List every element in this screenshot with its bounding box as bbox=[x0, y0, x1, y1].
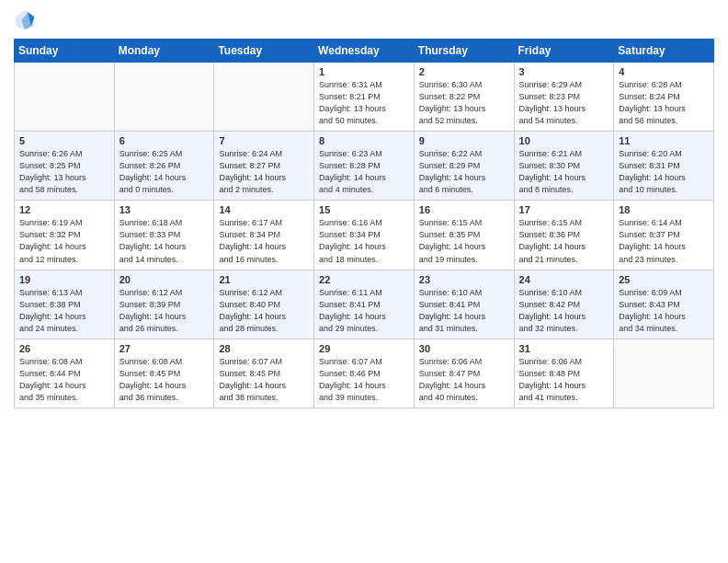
calendar-cell: 9Sunrise: 6:22 AM Sunset: 8:29 PM Daylig… bbox=[414, 132, 514, 201]
calendar-cell bbox=[114, 63, 214, 132]
day-info: Sunrise: 6:31 AM Sunset: 8:21 PM Dayligh… bbox=[319, 79, 409, 127]
day-number: 5 bbox=[19, 135, 109, 146]
calendar-row-week-4: 19Sunrise: 6:13 AM Sunset: 8:38 PM Dayli… bbox=[15, 270, 714, 339]
day-info: Sunrise: 6:08 AM Sunset: 8:44 PM Dayligh… bbox=[19, 356, 109, 404]
calendar-cell: 15Sunrise: 6:16 AM Sunset: 8:34 PM Dayli… bbox=[314, 201, 415, 270]
day-number: 30 bbox=[419, 343, 509, 354]
day-number: 26 bbox=[19, 343, 109, 354]
col-header-thursday: Thursday bbox=[414, 40, 514, 63]
calendar-cell: 20Sunrise: 6:12 AM Sunset: 8:39 PM Dayli… bbox=[114, 270, 214, 339]
day-info: Sunrise: 6:21 AM Sunset: 8:30 PM Dayligh… bbox=[519, 148, 609, 196]
day-info: Sunrise: 6:06 AM Sunset: 8:48 PM Dayligh… bbox=[519, 356, 609, 404]
day-info: Sunrise: 6:26 AM Sunset: 8:25 PM Dayligh… bbox=[19, 148, 109, 196]
day-info: Sunrise: 6:12 AM Sunset: 8:40 PM Dayligh… bbox=[219, 287, 309, 335]
calendar-row-week-1: 1Sunrise: 6:31 AM Sunset: 8:21 PM Daylig… bbox=[15, 63, 714, 132]
calendar-cell: 12Sunrise: 6:19 AM Sunset: 8:32 PM Dayli… bbox=[15, 201, 115, 270]
day-number: 23 bbox=[419, 274, 509, 285]
day-number: 21 bbox=[219, 274, 309, 285]
day-info: Sunrise: 6:07 AM Sunset: 8:45 PM Dayligh… bbox=[219, 356, 309, 404]
calendar-cell: 26Sunrise: 6:08 AM Sunset: 8:44 PM Dayli… bbox=[15, 339, 115, 408]
calendar-cell: 18Sunrise: 6:14 AM Sunset: 8:37 PM Dayli… bbox=[614, 201, 714, 270]
day-number: 8 bbox=[319, 135, 409, 146]
calendar-cell: 19Sunrise: 6:13 AM Sunset: 8:38 PM Dayli… bbox=[15, 270, 115, 339]
day-number: 22 bbox=[319, 274, 409, 285]
calendar-cell: 24Sunrise: 6:10 AM Sunset: 8:42 PM Dayli… bbox=[514, 270, 614, 339]
calendar-cell: 23Sunrise: 6:10 AM Sunset: 8:41 PM Dayli… bbox=[414, 270, 514, 339]
day-number: 14 bbox=[219, 204, 309, 215]
col-header-saturday: Saturday bbox=[614, 40, 714, 63]
calendar-cell: 4Sunrise: 6:28 AM Sunset: 8:24 PM Daylig… bbox=[614, 63, 714, 132]
day-info: Sunrise: 6:25 AM Sunset: 8:26 PM Dayligh… bbox=[119, 148, 210, 196]
calendar-cell: 22Sunrise: 6:11 AM Sunset: 8:41 PM Dayli… bbox=[314, 270, 415, 339]
day-number: 18 bbox=[619, 204, 709, 215]
logo-icon bbox=[14, 9, 36, 31]
day-info: Sunrise: 6:28 AM Sunset: 8:24 PM Dayligh… bbox=[619, 79, 709, 127]
calendar-row-week-3: 12Sunrise: 6:19 AM Sunset: 8:32 PM Dayli… bbox=[15, 201, 714, 270]
day-info: Sunrise: 6:23 AM Sunset: 8:28 PM Dayligh… bbox=[319, 148, 409, 196]
day-number: 17 bbox=[519, 204, 609, 215]
day-info: Sunrise: 6:07 AM Sunset: 8:46 PM Dayligh… bbox=[319, 356, 409, 404]
day-info: Sunrise: 6:17 AM Sunset: 8:34 PM Dayligh… bbox=[219, 217, 309, 265]
calendar-cell: 27Sunrise: 6:08 AM Sunset: 8:45 PM Dayli… bbox=[114, 339, 214, 408]
day-info: Sunrise: 6:29 AM Sunset: 8:23 PM Dayligh… bbox=[519, 79, 609, 127]
day-info: Sunrise: 6:19 AM Sunset: 8:32 PM Dayligh… bbox=[19, 217, 109, 265]
day-info: Sunrise: 6:18 AM Sunset: 8:33 PM Dayligh… bbox=[119, 217, 210, 265]
day-info: Sunrise: 6:08 AM Sunset: 8:45 PM Dayligh… bbox=[119, 356, 210, 404]
calendar-cell: 7Sunrise: 6:24 AM Sunset: 8:27 PM Daylig… bbox=[214, 132, 314, 201]
col-header-friday: Friday bbox=[514, 40, 614, 63]
day-info: Sunrise: 6:15 AM Sunset: 8:36 PM Dayligh… bbox=[519, 217, 609, 265]
calendar-cell: 30Sunrise: 6:06 AM Sunset: 8:47 PM Dayli… bbox=[414, 339, 514, 408]
day-number: 29 bbox=[319, 343, 409, 354]
day-number: 4 bbox=[619, 66, 709, 77]
day-number: 20 bbox=[119, 274, 210, 285]
header bbox=[14, 9, 714, 31]
calendar-cell bbox=[614, 339, 714, 408]
day-number: 7 bbox=[219, 135, 309, 146]
day-info: Sunrise: 6:12 AM Sunset: 8:39 PM Dayligh… bbox=[119, 287, 210, 335]
col-header-sunday: Sunday bbox=[15, 40, 115, 63]
calendar-cell: 11Sunrise: 6:20 AM Sunset: 8:31 PM Dayli… bbox=[614, 132, 714, 201]
day-info: Sunrise: 6:15 AM Sunset: 8:35 PM Dayligh… bbox=[419, 217, 509, 265]
day-info: Sunrise: 6:11 AM Sunset: 8:41 PM Dayligh… bbox=[319, 287, 409, 335]
calendar-cell: 31Sunrise: 6:06 AM Sunset: 8:48 PM Dayli… bbox=[514, 339, 614, 408]
day-info: Sunrise: 6:10 AM Sunset: 8:41 PM Dayligh… bbox=[419, 287, 509, 335]
calendar-cell: 17Sunrise: 6:15 AM Sunset: 8:36 PM Dayli… bbox=[514, 201, 614, 270]
calendar-cell: 13Sunrise: 6:18 AM Sunset: 8:33 PM Dayli… bbox=[114, 201, 214, 270]
col-header-wednesday: Wednesday bbox=[314, 40, 415, 63]
day-number: 11 bbox=[619, 135, 709, 146]
calendar-cell: 2Sunrise: 6:30 AM Sunset: 8:22 PM Daylig… bbox=[414, 63, 514, 132]
calendar-cell: 8Sunrise: 6:23 AM Sunset: 8:28 PM Daylig… bbox=[314, 132, 415, 201]
calendar-cell bbox=[15, 63, 115, 132]
day-number: 16 bbox=[419, 204, 509, 215]
day-info: Sunrise: 6:13 AM Sunset: 8:38 PM Dayligh… bbox=[19, 287, 109, 335]
calendar-cell: 29Sunrise: 6:07 AM Sunset: 8:46 PM Dayli… bbox=[314, 339, 415, 408]
day-number: 13 bbox=[119, 204, 210, 215]
day-info: Sunrise: 6:20 AM Sunset: 8:31 PM Dayligh… bbox=[619, 148, 709, 196]
day-info: Sunrise: 6:16 AM Sunset: 8:34 PM Dayligh… bbox=[319, 217, 409, 265]
calendar-cell: 25Sunrise: 6:09 AM Sunset: 8:43 PM Dayli… bbox=[614, 270, 714, 339]
calendar-row-week-5: 26Sunrise: 6:08 AM Sunset: 8:44 PM Dayli… bbox=[15, 339, 714, 408]
calendar-cell: 1Sunrise: 6:31 AM Sunset: 8:21 PM Daylig… bbox=[314, 63, 415, 132]
day-number: 27 bbox=[119, 343, 210, 354]
calendar: SundayMondayTuesdayWednesdayThursdayFrid… bbox=[14, 39, 714, 408]
calendar-cell: 5Sunrise: 6:26 AM Sunset: 8:25 PM Daylig… bbox=[15, 132, 115, 201]
calendar-cell: 16Sunrise: 6:15 AM Sunset: 8:35 PM Dayli… bbox=[414, 201, 514, 270]
day-number: 6 bbox=[119, 135, 210, 146]
day-number: 28 bbox=[219, 343, 309, 354]
calendar-cell: 14Sunrise: 6:17 AM Sunset: 8:34 PM Dayli… bbox=[214, 201, 314, 270]
day-number: 3 bbox=[519, 66, 609, 77]
day-info: Sunrise: 6:30 AM Sunset: 8:22 PM Dayligh… bbox=[419, 79, 509, 127]
day-number: 9 bbox=[419, 135, 509, 146]
day-number: 15 bbox=[319, 204, 409, 215]
day-number: 10 bbox=[519, 135, 609, 146]
day-info: Sunrise: 6:09 AM Sunset: 8:43 PM Dayligh… bbox=[619, 287, 709, 335]
day-number: 25 bbox=[619, 274, 709, 285]
calendar-cell: 10Sunrise: 6:21 AM Sunset: 8:30 PM Dayli… bbox=[514, 132, 614, 201]
logo bbox=[14, 9, 40, 31]
day-info: Sunrise: 6:22 AM Sunset: 8:29 PM Dayligh… bbox=[419, 148, 509, 196]
calendar-cell bbox=[214, 63, 314, 132]
calendar-cell: 3Sunrise: 6:29 AM Sunset: 8:23 PM Daylig… bbox=[514, 63, 614, 132]
day-info: Sunrise: 6:24 AM Sunset: 8:27 PM Dayligh… bbox=[219, 148, 309, 196]
day-number: 1 bbox=[319, 66, 409, 77]
day-number: 12 bbox=[19, 204, 109, 215]
